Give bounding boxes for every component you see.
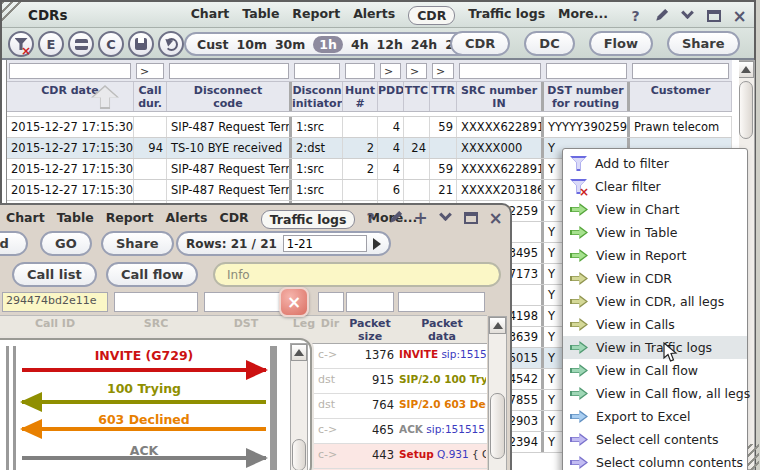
- tab-call-flow[interactable]: Call flow: [106, 262, 198, 287]
- column-header-disconn[interactable]: Disconn initiator: [292, 82, 343, 111]
- column-filter-input[interactable]: [9, 63, 131, 79]
- menu-item-view-in-traffic-logs[interactable]: View in Traffic logs: [563, 336, 747, 359]
- time-range-30m[interactable]: 30m: [275, 37, 305, 52]
- column-header-dst-number[interactable]: DST number for routing: [544, 82, 630, 111]
- menu-item-view-in-cdr-all-legs[interactable]: View in CDR, all legs: [563, 290, 747, 313]
- column-filter-input[interactable]: [459, 63, 541, 79]
- window-icon[interactable]: [705, 7, 722, 24]
- column-header-ttr[interactable]: TTR: [430, 82, 457, 111]
- menu-item-view-in-cdr[interactable]: View in CDR: [563, 267, 747, 290]
- rows-range-input[interactable]: [283, 235, 367, 252]
- menu-item-chart[interactable]: Chart: [191, 6, 230, 25]
- clear-filter-icon[interactable]: ×: [8, 31, 34, 57]
- dc-button[interactable]: DC: [524, 31, 574, 56]
- menu-item-table[interactable]: Table: [57, 210, 94, 229]
- column-filter-input[interactable]: >: [406, 63, 427, 79]
- column-header-call[interactable]: Call dur.: [134, 82, 167, 111]
- chevron-down-icon[interactable]: [437, 209, 454, 226]
- packet-data-filter-input[interactable]: [398, 292, 485, 312]
- flow-button[interactable]: Flow: [589, 31, 653, 56]
- menu-item-report[interactable]: Report: [106, 210, 154, 229]
- edit-icon[interactable]: [387, 209, 404, 226]
- column-header-cdr-date[interactable]: CDR date: [7, 82, 134, 111]
- menu-item-more[interactable]: More...: [558, 6, 608, 25]
- export-icon[interactable]: E: [38, 31, 64, 57]
- scrollbar-thumb[interactable]: [292, 439, 306, 470]
- column-header-ttc[interactable]: TTC: [404, 82, 430, 111]
- close-icon[interactable]: ×: [731, 7, 748, 24]
- menu-item-view-in-calls[interactable]: View in Calls: [563, 313, 747, 336]
- column-header-dst[interactable]: DST: [202, 317, 290, 330]
- menu-item-view-in-table[interactable]: View in Table: [563, 221, 747, 244]
- menu-item-view-in-chart[interactable]: View in Chart: [563, 198, 747, 221]
- menu-item-view-in-call-flow[interactable]: View in Call flow: [563, 359, 747, 382]
- refresh-icon[interactable]: [158, 31, 184, 57]
- menu-item-add-to-filter[interactable]: Add to filter: [563, 152, 747, 175]
- column-filter-input[interactable]: [632, 63, 729, 79]
- menu-item-view-in-report[interactable]: View in Report: [563, 244, 747, 267]
- column-header-packet[interactable]: Packet size: [344, 317, 396, 343]
- menu-item-alerts[interactable]: Alerts: [353, 6, 395, 25]
- column-filter-input[interactable]: >: [136, 63, 164, 79]
- sort-ascending-icon[interactable]: [91, 85, 119, 109]
- menu-item-chart[interactable]: Chart: [6, 210, 45, 229]
- column-header-leg[interactable]: Leg: [292, 317, 316, 330]
- time-range-cust[interactable]: Cust: [197, 37, 229, 52]
- window-icon[interactable]: [462, 209, 479, 226]
- menu-item-export-to-excel[interactable]: Export to Excel: [563, 405, 747, 428]
- column-filter-input[interactable]: >: [432, 63, 454, 79]
- info-field[interactable]: Info: [213, 262, 501, 287]
- column-header-dir[interactable]: Dir: [314, 317, 346, 330]
- rows-icon[interactable]: [68, 31, 94, 57]
- column-header-src[interactable]: SRC: [112, 317, 200, 330]
- menu-item-traffic-logs[interactable]: Traffic logs: [261, 210, 356, 229]
- menu-item-select-cell-contents[interactable]: Select cell contents: [563, 428, 747, 451]
- add-icon[interactable]: +: [412, 209, 429, 226]
- table-row[interactable]: 2015-12-27 17:15:30SIP-487 Request Terr1…: [7, 117, 732, 138]
- scroll-up-icon[interactable]: [489, 317, 506, 334]
- resize-grip-topleft-icon[interactable]: [2, 2, 24, 24]
- close-button[interactable]: ×: [279, 287, 309, 317]
- column-filter-input[interactable]: [345, 63, 375, 79]
- column-header-pdd[interactable]: PDD: [378, 82, 404, 111]
- time-range-4h[interactable]: 4h: [351, 37, 369, 52]
- time-range-24h[interactable]: 24h: [411, 37, 437, 52]
- menu-item-table[interactable]: Table: [242, 6, 279, 25]
- column-header-packet[interactable]: Packet data: [398, 317, 486, 343]
- menu-item-report[interactable]: Report: [292, 6, 340, 25]
- column-header-src-number[interactable]: SRC number IN: [457, 82, 544, 111]
- time-range-1h[interactable]: 1h: [313, 36, 343, 53]
- column-header-disconnect[interactable]: Disconnect code: [167, 82, 292, 111]
- call-flow-scrollbar[interactable]: [290, 343, 308, 470]
- menu-item-traffic-logs[interactable]: Traffic logs: [468, 6, 545, 25]
- close-icon[interactable]: ×: [487, 209, 504, 226]
- time-range-fragment[interactable]: -3d: [0, 231, 28, 256]
- tab-call-list[interactable]: Call list: [12, 262, 97, 287]
- src-filter-input[interactable]: [114, 292, 198, 312]
- menu-item-clear-filter[interactable]: ×Clear filter: [563, 175, 747, 198]
- column-filter-input[interactable]: >: [380, 63, 401, 79]
- chevron-down-icon[interactable]: [679, 7, 696, 24]
- time-range-10m[interactable]: 10m: [237, 37, 267, 52]
- menu-item-select-column-contents[interactable]: Select column contents: [563, 451, 747, 470]
- column-filter-input[interactable]: [294, 63, 340, 79]
- packet-size-filter-input[interactable]: [346, 292, 394, 312]
- scrollbar-thumb[interactable]: [490, 393, 505, 459]
- menu-item-cdr[interactable]: CDR: [220, 210, 249, 229]
- menu-item-alerts[interactable]: Alerts: [166, 210, 208, 229]
- save-icon[interactable]: [128, 31, 154, 57]
- dir-filter-input[interactable]: [318, 292, 344, 312]
- scrollbar-thumb[interactable]: [739, 81, 753, 139]
- menu-item-cdr[interactable]: CDR: [408, 6, 455, 25]
- share-button[interactable]: Share: [667, 31, 740, 56]
- traffic-table-scrollbar[interactable]: [488, 316, 507, 470]
- column-header-hunt[interactable]: Hunt #: [343, 82, 378, 111]
- cdr-button[interactable]: CDR: [450, 31, 510, 56]
- column-header-customer[interactable]: Customer: [630, 82, 732, 111]
- help-icon[interactable]: ?: [362, 209, 379, 226]
- menu-item-view-in-call-flow-all-legs[interactable]: View in Call flow, all legs: [563, 382, 747, 405]
- dst-filter-input[interactable]: [204, 292, 288, 312]
- time-range-12h[interactable]: 12h: [377, 37, 403, 52]
- go-button[interactable]: GO: [40, 231, 92, 256]
- call-id-filter-input[interactable]: 294474bd2e11e: [2, 292, 108, 312]
